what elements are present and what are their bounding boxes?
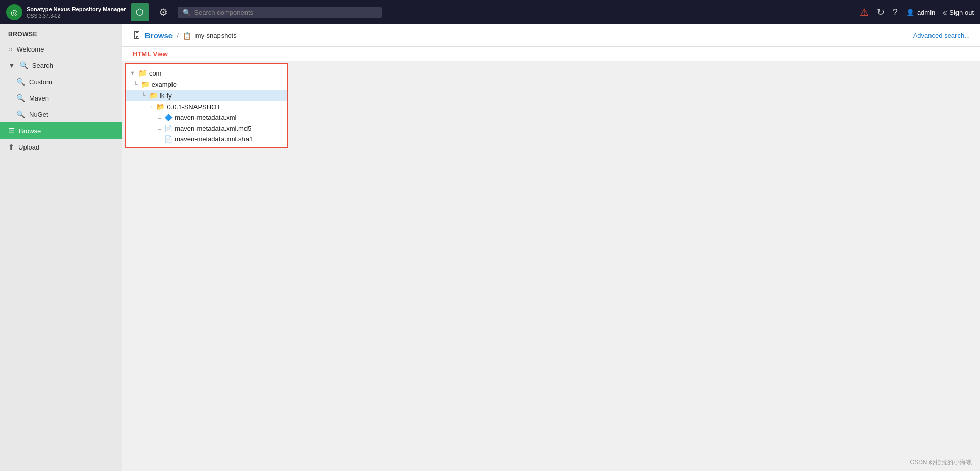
toolbar: HTML View	[122, 47, 980, 61]
content-area: ▼ 📁 com └ 📁 example └ 📁 lk-fy	[122, 61, 980, 471]
signout-button[interactable]: ⎋ Sign out	[943, 9, 974, 16]
advsearch-link[interactable]: Advanced search...	[913, 32, 970, 39]
sidebar-item-browse-label: Browse	[19, 127, 41, 135]
breadcrumb-folder-icon: 📋	[183, 32, 191, 40]
tree-connector-maven-xml: –	[158, 115, 161, 121]
sidebar-item-maven[interactable]: 🔍 Maven	[0, 90, 122, 106]
custom-search-icon: 🔍	[16, 78, 25, 86]
tree-connector-maven-md5: –	[158, 126, 161, 132]
layout: Browse ○ Welcome ▼ 🔍 Search 🔍 Custom 🔍 M…	[0, 24, 980, 471]
sidebar-item-nuget[interactable]: 🔍 NuGet	[0, 106, 122, 122]
sidebar-item-nuget-label: NuGet	[29, 111, 48, 118]
tree-label-com: com	[149, 69, 162, 77]
tree-connector-com: ▼	[130, 70, 135, 76]
tree-folder-icon-com: 📁	[138, 69, 147, 77]
help-icon[interactable]: ?	[893, 7, 898, 18]
breadcrumb-bar: 🗄 Browse / 📋 my-snapshots Advanced searc…	[122, 24, 980, 47]
tree-item-lk-fy[interactable]: └ 📁 lk-fy	[126, 90, 287, 101]
sidebar-item-upload-label: Upload	[18, 143, 39, 151]
settings-icon-btn[interactable]: ⚙	[154, 3, 173, 21]
tree-label-lk-fy: lk-fy	[160, 92, 172, 100]
search-box: 🔍	[178, 7, 382, 18]
search-icon: 🔍	[183, 9, 191, 16]
tree-item-com[interactable]: ▼ 📁 com	[126, 67, 287, 79]
tree-label-maven-sha1: maven-metadata.xml.sha1	[175, 135, 253, 143]
search-icon-sidebar: 🔍	[19, 61, 28, 69]
sidebar-item-custom[interactable]: 🔍 Custom	[0, 73, 122, 90]
breadcrumb-db-icon: 🗄	[133, 31, 141, 40]
user-label: admin	[917, 9, 935, 16]
user-icon: 👤	[906, 9, 914, 16]
tree-label-snapshot: 0.0.1-SNAPSHOT	[167, 103, 220, 111]
tree-item-maven-xml[interactable]: – 🔷 maven-metadata.xml	[126, 112, 287, 123]
welcome-icon: ○	[8, 45, 12, 53]
topbar: ◎ Sonatype Nexus Repository Manager OSS …	[0, 0, 980, 24]
breadcrumb-browse-link[interactable]: Browse	[145, 31, 173, 40]
tree-connector-lk-fy: └	[142, 92, 146, 98]
app-version: OSS 3.37.3-02	[27, 13, 126, 19]
app-title: Sonatype Nexus Repository Manager	[27, 6, 126, 13]
upload-icon: ⬆	[8, 143, 14, 151]
tree-label-maven-xml: maven-metadata.xml	[175, 114, 236, 121]
search-toggle-icon: ▼	[8, 61, 15, 69]
watermark-text: CSDN @拾荒的小海螺	[910, 459, 972, 466]
tree-label-maven-md5: maven-metadata.xml.md5	[175, 125, 251, 132]
breadcrumb-separator: /	[177, 32, 179, 39]
refresh-icon[interactable]: ↻	[877, 7, 885, 18]
tree-item-snapshot[interactable]: + 📂 0.0.1-SNAPSHOT	[126, 101, 287, 112]
tree-folder-icon-lk-fy: 📁	[149, 91, 158, 100]
tree-item-maven-md5[interactable]: – 📄 maven-metadata.xml.md5	[126, 123, 287, 134]
sidebar-item-browse[interactable]: ☰ Browse	[0, 122, 122, 139]
tree-item-example[interactable]: └ 📁 example	[126, 79, 287, 90]
app-logo: ◎ Sonatype Nexus Repository Manager OSS …	[6, 4, 126, 20]
browse-icon-btn[interactable]: ⬡	[131, 3, 149, 21]
tree-folder-open-icon-snapshot: 📂	[156, 103, 165, 111]
sidebar-item-welcome-label: Welcome	[16, 45, 44, 53]
tree-file-icon-maven-md5: 📄	[164, 125, 173, 132]
tree-file-icon-maven-sha1: 📄	[164, 135, 173, 143]
tree-folder-icon-example: 📁	[141, 80, 150, 88]
search-input[interactable]	[194, 9, 377, 16]
html-view-label[interactable]: HTML View	[133, 50, 168, 58]
user-menu[interactable]: 👤 admin	[906, 9, 935, 16]
main-content: 🗄 Browse / 📋 my-snapshots Advanced searc…	[122, 24, 980, 471]
tree-item-maven-sha1[interactable]: – 📄 maven-metadata.xml.sha1	[126, 134, 287, 144]
tree-connector-snapshot: +	[150, 104, 153, 110]
sidebar-item-upload[interactable]: ⬆ Upload	[0, 139, 122, 155]
tree-connector-example: └	[134, 81, 138, 87]
nuget-search-icon: 🔍	[16, 110, 25, 118]
tree-connector-maven-sha1: –	[158, 136, 161, 142]
breadcrumb-repo-name: my-snapshots	[195, 32, 237, 39]
signout-icon: ⎋	[943, 9, 947, 16]
browse-sidebar-icon: ☰	[8, 127, 15, 135]
alert-icon[interactable]: ⚠	[860, 6, 869, 18]
tree-file-icon-maven-xml: 🔷	[164, 114, 173, 121]
signout-label: Sign out	[949, 9, 974, 16]
logo-icon: ◎	[6, 4, 22, 20]
sidebar-section: Browse	[0, 24, 122, 41]
maven-search-icon: 🔍	[16, 94, 25, 102]
topbar-right: ⚠ ↻ ? 👤 admin ⎋ Sign out	[860, 6, 974, 18]
sidebar: Browse ○ Welcome ▼ 🔍 Search 🔍 Custom 🔍 M…	[0, 24, 122, 471]
sidebar-item-search[interactable]: ▼ 🔍 Search	[0, 57, 122, 73]
watermark: CSDN @拾荒的小海螺	[910, 458, 972, 467]
sidebar-item-welcome[interactable]: ○ Welcome	[0, 41, 122, 57]
logo-text: Sonatype Nexus Repository Manager OSS 3.…	[27, 6, 126, 18]
tree-label-example: example	[152, 81, 177, 88]
sidebar-item-search-label: Search	[32, 62, 53, 69]
tree-panel: ▼ 📁 com └ 📁 example └ 📁 lk-fy	[125, 63, 288, 148]
sidebar-item-custom-label: Custom	[29, 78, 52, 86]
sidebar-item-maven-label: Maven	[29, 94, 49, 102]
